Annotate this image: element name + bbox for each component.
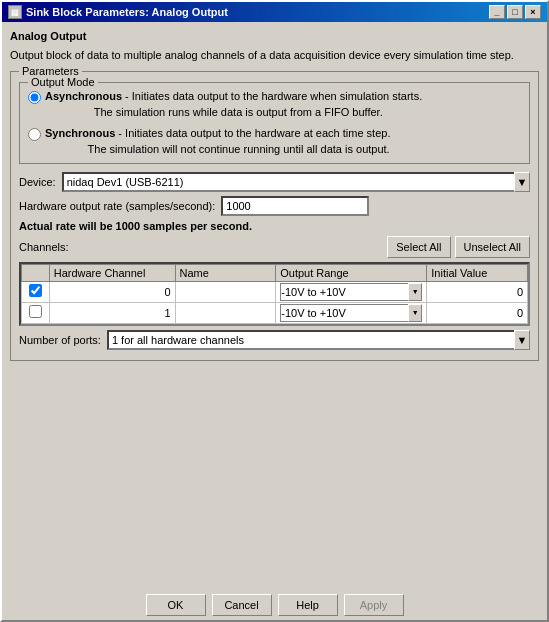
close-button[interactable]: ×	[525, 5, 541, 19]
section-title: Analog Output	[10, 30, 539, 42]
select-all-button[interactable]: Select All	[387, 236, 450, 258]
title-bar-buttons: _ □ ×	[489, 5, 541, 19]
title-bar: ▤ Sink Block Parameters: Analog Output _…	[2, 2, 547, 22]
row-checkbox-cell	[22, 281, 50, 302]
table-row: 1-10V to +10V-5V to +5V-1V to +1V0V to +…	[22, 302, 528, 323]
async-radio-row: Asynchronous - Initiates data output to …	[28, 89, 521, 120]
row-initial-value-1: 0	[427, 302, 528, 323]
channels-buttons: Select All Unselect All	[387, 236, 530, 258]
table-header-row: Hardware Channel Name Output Range Initi…	[22, 264, 528, 281]
device-label: Device:	[19, 176, 56, 188]
restore-button[interactable]: □	[507, 5, 523, 19]
device-dropdown-wrapper: nidaq Dev1 (USB-6211) ▼	[62, 172, 530, 192]
num-ports-dropdown-wrapper: 1 for all hardware channels ▼	[107, 330, 530, 350]
num-ports-row: Number of ports: 1 for all hardware chan…	[19, 330, 530, 350]
row-name-0[interactable]	[175, 281, 276, 302]
row-range-select-0[interactable]: -10V to +10V-5V to +5V-1V to +1V0V to +1…	[280, 283, 422, 301]
col-hardware-channel: Hardware Channel	[49, 264, 175, 281]
row-channel-1: 1	[49, 302, 175, 323]
async-label-bold: Asynchronous	[45, 90, 122, 102]
apply-button[interactable]: Apply	[344, 594, 404, 616]
row-name-1[interactable]	[175, 302, 276, 323]
hardware-rate-row: Hardware output rate (samples/second):	[19, 196, 530, 216]
section-description: Output block of data to multiple analog …	[10, 48, 539, 63]
sync-radio[interactable]	[28, 128, 41, 141]
num-ports-label: Number of ports:	[19, 334, 101, 346]
main-content: Analog Output Output block of data to mu…	[2, 22, 547, 588]
bottom-buttons: OK Cancel Help Apply	[2, 588, 547, 620]
row-channel-0: 0	[49, 281, 175, 302]
output-mode-box: Output Mode Asynchronous - Initiates dat…	[19, 82, 530, 164]
help-button[interactable]: Help	[278, 594, 338, 616]
hardware-rate-input[interactable]	[221, 196, 369, 216]
col-name: Name	[175, 264, 276, 281]
device-dropdown[interactable]: nidaq Dev1 (USB-6211)	[62, 172, 530, 192]
channels-header: Channels: Select All Unselect All	[19, 236, 530, 258]
sync-label-bold: Synchronous	[45, 127, 115, 139]
minimize-button[interactable]: _	[489, 5, 505, 19]
channels-table: Hardware Channel Name Output Range Initi…	[21, 264, 528, 324]
ok-button[interactable]: OK	[146, 594, 206, 616]
window-title: Sink Block Parameters: Analog Output	[26, 6, 228, 18]
sync-text: Synchronous - Initiates data output to t…	[45, 126, 390, 157]
table-body: 0-10V to +10V-5V to +5V-1V to +1V0V to +…	[22, 281, 528, 323]
table-row: 0-10V to +10V-5V to +5V-1V to +1V0V to +…	[22, 281, 528, 302]
row-checkbox-0[interactable]	[29, 284, 42, 297]
actual-rate-text: Actual rate will be 1000 samples per sec…	[19, 220, 530, 232]
col-output-range: Output Range	[276, 264, 427, 281]
device-row: Device: nidaq Dev1 (USB-6211) ▼	[19, 172, 530, 192]
window-icon: ▤	[8, 5, 22, 19]
row-checkbox-cell	[22, 302, 50, 323]
row-range-select-1[interactable]: -10V to +10V-5V to +5V-1V to +1V0V to +1…	[280, 304, 422, 322]
parameters-group: Parameters Output Mode Asynchronous - In…	[10, 71, 539, 361]
async-text: Asynchronous - Initiates data output to …	[45, 89, 422, 120]
output-mode-label: Output Mode	[28, 76, 98, 88]
row-checkbox-1[interactable]	[29, 305, 42, 318]
col-check	[22, 264, 50, 281]
channels-table-wrapper: Hardware Channel Name Output Range Initi…	[19, 262, 530, 326]
row-initial-value-0: 0	[427, 281, 528, 302]
cancel-button[interactable]: Cancel	[212, 594, 272, 616]
channels-label: Channels:	[19, 241, 69, 253]
unselect-all-button[interactable]: Unselect All	[455, 236, 530, 258]
main-window: ▤ Sink Block Parameters: Analog Output _…	[0, 0, 549, 622]
sync-radio-row: Synchronous - Initiates data output to t…	[28, 126, 521, 157]
async-radio[interactable]	[28, 91, 41, 104]
row-range-cell-0: -10V to +10V-5V to +5V-1V to +1V0V to +1…	[276, 281, 427, 302]
col-initial-value: Initial Value	[427, 264, 528, 281]
num-ports-dropdown[interactable]: 1 for all hardware channels	[107, 330, 530, 350]
hardware-rate-label: Hardware output rate (samples/second):	[19, 200, 215, 212]
row-range-cell-1: -10V to +10V-5V to +5V-1V to +1V0V to +1…	[276, 302, 427, 323]
